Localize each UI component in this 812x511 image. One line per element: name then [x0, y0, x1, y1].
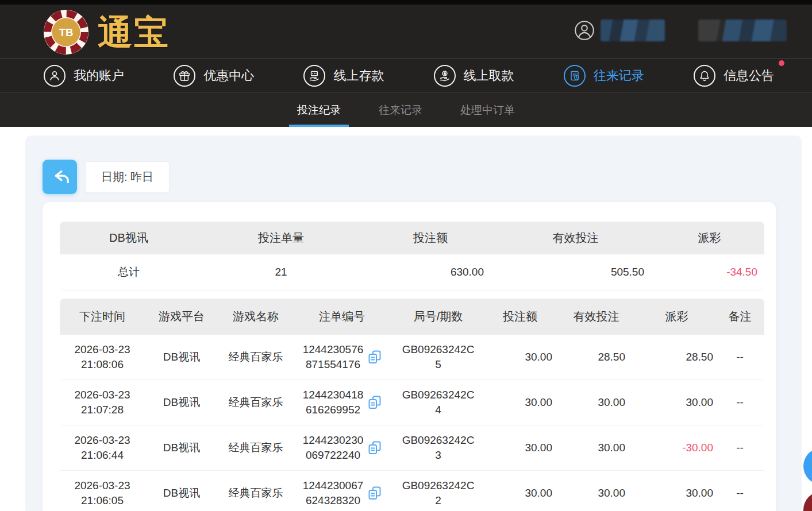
round-id: GB09263242C2	[399, 478, 478, 508]
remark: --	[715, 395, 764, 410]
round-id-cell: GB09263242C5	[391, 342, 486, 371]
game-name: 经典百家乐	[218, 440, 293, 455]
tab-label: 投注纪录	[297, 103, 341, 118]
bell-icon	[694, 65, 715, 87]
remark: --	[715, 350, 764, 365]
user-avatar-icon[interactable]	[574, 20, 595, 41]
table-row: 2026-03-23 21:06:05 DB视讯 经典百家乐 124423006…	[60, 471, 764, 511]
bet-id: 1244230418616269952	[303, 388, 364, 417]
summary-col-platform: DB视讯	[60, 230, 198, 246]
copy-icon[interactable]	[368, 395, 382, 410]
round-id-cell: GB09263242C2	[391, 478, 486, 508]
col-round-id: 局号/期数	[391, 309, 486, 324]
bet-time: 2026-03-23 21:06:44	[60, 433, 145, 462]
copy-icon[interactable]	[368, 440, 382, 455]
bet-id-cell: 1244230418616269952	[293, 388, 391, 417]
redacted-balance	[698, 20, 787, 41]
summary-table-header: DB视讯 投注单量 投注额 有效投注 派彩	[60, 222, 764, 254]
game-name: 经典百家乐	[218, 395, 293, 410]
round-id-cell: GB09263242C4	[391, 388, 486, 417]
date-filter[interactable]: 日期: 昨日	[85, 161, 170, 193]
valid-bet: 30.00	[555, 440, 638, 455]
user-area	[574, 20, 787, 41]
sub-nav: 投注纪录 往来记录 处理中订单	[0, 92, 812, 127]
nav-label: 线上存款	[333, 67, 384, 84]
bet-amount: 30.00	[486, 350, 555, 365]
bet-id-cell: 1244230230069722240	[293, 433, 391, 462]
nav-item-transaction-records[interactable]: 往来记录	[564, 65, 644, 87]
back-button[interactable]	[43, 160, 77, 194]
bet-id-cell: 1244230576871554176	[293, 342, 391, 371]
deposit-icon	[303, 65, 325, 87]
tab-label: 往来记录	[379, 103, 422, 118]
col-bet-time: 下注时间	[60, 309, 145, 324]
records-icon	[564, 65, 586, 87]
floating-promo-button[interactable]	[803, 491, 812, 511]
content-panel: 日期: 昨日 DB视讯 投注单量 投注额 有效投注 派彩 总计 21 630.0…	[25, 136, 802, 511]
notification-dot	[779, 60, 784, 66]
nav-label: 往来记录	[594, 67, 644, 84]
payout: -30.00	[638, 440, 715, 455]
nav-label: 信息公告	[724, 67, 774, 84]
nav-item-promotions[interactable]: 优惠中心	[174, 65, 254, 87]
col-valid-bet: 有效投注	[555, 309, 638, 324]
tab-bet-records[interactable]: 投注纪录	[293, 93, 345, 127]
round-id: GB09263242C4	[399, 388, 478, 417]
bet-id: 1244230067624328320	[303, 478, 364, 508]
records-card: DB视讯 投注单量 投注额 有效投注 派彩 总计 21 630.00 505.5…	[43, 202, 776, 511]
bet-time: 2026-03-23 21:07:28	[60, 388, 145, 417]
total-bet-amount: 630.00	[364, 266, 497, 278]
remark: --	[715, 440, 764, 455]
nav-item-announcements[interactable]: 信息公告	[694, 65, 774, 87]
game-name: 经典百家乐	[218, 350, 293, 365]
summary-col-payout: 派彩	[655, 230, 764, 246]
chip-badge-text: TB	[59, 26, 74, 38]
bet-time: 2026-03-23 21:08:06	[60, 342, 145, 371]
payout: 30.00	[638, 395, 715, 410]
valid-bet: 30.00	[555, 486, 638, 501]
withdraw-icon	[434, 65, 456, 87]
col-game-name: 游戏名称	[218, 309, 293, 324]
summary-total-row: 总计 21 630.00 505.50 -34.50	[60, 254, 764, 290]
total-valid-bet: 505.50	[497, 266, 655, 278]
nav-item-my-account[interactable]: 我的账户	[44, 65, 124, 87]
summary-col-bet-amount: 投注额	[364, 230, 497, 246]
back-arrow-icon	[49, 166, 71, 188]
summary-table: DB视讯 投注单量 投注额 有效投注 派彩 总计 21 630.00 505.5…	[60, 222, 764, 290]
bet-amount: 30.00	[486, 440, 555, 455]
records-table-body: 2026-03-23 21:08:06 DB视讯 经典百家乐 124423057…	[60, 335, 764, 511]
nav-item-deposit[interactable]: 线上存款	[303, 65, 384, 87]
tab-pending-orders[interactable]: 处理中订单	[456, 93, 519, 127]
nav-item-withdraw[interactable]: 线上取款	[434, 65, 514, 87]
table-row: 2026-03-23 21:06:44 DB视讯 经典百家乐 124423023…	[60, 425, 764, 471]
table-row: 2026-03-23 21:07:28 DB视讯 经典百家乐 124423041…	[60, 380, 764, 425]
date-filter-label: 日期: 昨日	[101, 169, 153, 185]
total-payout: -34.50	[655, 266, 764, 278]
site-header: TB 通宝	[0, 5, 812, 58]
bet-amount: 30.00	[486, 486, 555, 501]
account-person-icon	[44, 65, 66, 87]
col-bet-amount: 投注额	[486, 309, 555, 324]
payout: 28.50	[638, 350, 715, 365]
round-id: GB09263242C3	[399, 433, 478, 462]
round-id: GB09263242C5	[399, 342, 478, 371]
brand-logo[interactable]: TB 通宝	[41, 7, 170, 57]
floating-service-button[interactable]	[803, 448, 812, 485]
nav-label: 优惠中心	[203, 67, 254, 84]
brand-name: 通宝	[98, 11, 170, 53]
payout: 30.00	[638, 486, 715, 501]
total-bet-count: 21	[198, 266, 364, 278]
records-table-header: 下注时间 游戏平台 游戏名称 注单编号 局号/期数 投注额 有效投注 派彩 备注	[60, 299, 764, 335]
copy-icon[interactable]	[368, 350, 382, 365]
bet-amount: 30.00	[486, 395, 555, 410]
table-row: 2026-03-23 21:08:06 DB视讯 经典百家乐 124423057…	[60, 335, 764, 380]
game-platform: DB视讯	[145, 395, 218, 410]
tab-transaction-records[interactable]: 往来记录	[374, 93, 427, 127]
game-platform: DB视讯	[145, 350, 218, 365]
valid-bet: 28.50	[555, 350, 638, 365]
bet-id: 1244230576871554176	[303, 342, 364, 371]
round-id-cell: GB09263242C3	[391, 433, 486, 462]
copy-icon[interactable]	[368, 486, 382, 501]
casino-chip-icon: TB	[41, 7, 91, 57]
summary-col-valid-bet: 有效投注	[497, 230, 655, 246]
